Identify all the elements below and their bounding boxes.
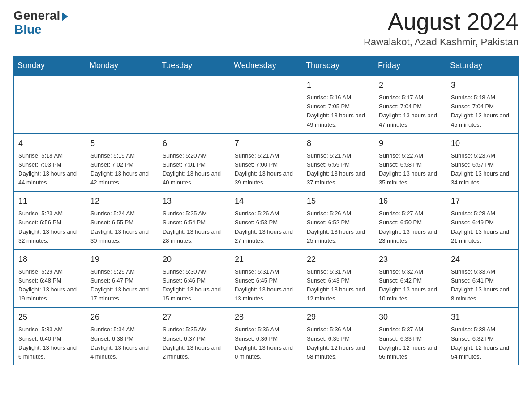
day-cell-4-6: 31Sunrise: 5:38 AM Sunset: 6:32 PM Dayli… [446, 307, 519, 365]
weekday-header-saturday: Saturday [446, 56, 519, 76]
logo-general-text: General [13, 9, 60, 23]
weekday-header-friday: Friday [374, 56, 446, 76]
day-info: Sunrise: 5:33 AM Sunset: 6:40 PM Dayligh… [18, 325, 81, 361]
day-cell-2-5: 16Sunrise: 5:27 AM Sunset: 6:50 PM Dayli… [374, 191, 446, 249]
weekday-header-monday: Monday [86, 56, 158, 76]
day-cell-1-3: 7Sunrise: 5:21 AM Sunset: 7:00 PM Daylig… [230, 133, 302, 192]
day-info: Sunrise: 5:38 AM Sunset: 6:32 PM Dayligh… [451, 325, 514, 361]
day-cell-0-0 [14, 75, 86, 133]
day-info: Sunrise: 5:26 AM Sunset: 6:52 PM Dayligh… [307, 209, 369, 245]
day-info: Sunrise: 5:19 AM Sunset: 7:02 PM Dayligh… [90, 151, 153, 188]
day-cell-0-5: 2Sunrise: 5:17 AM Sunset: 7:04 PM Daylig… [374, 75, 446, 133]
day-cell-3-4: 22Sunrise: 5:31 AM Sunset: 6:43 PM Dayli… [302, 249, 374, 308]
weekday-header-wednesday: Wednesday [230, 56, 302, 76]
day-cell-0-1 [86, 75, 158, 133]
weekday-header-sunday: Sunday [14, 56, 86, 76]
day-number: 24 [451, 253, 514, 265]
day-number: 28 [235, 311, 297, 323]
day-info: Sunrise: 5:21 AM Sunset: 6:59 PM Dayligh… [307, 151, 369, 188]
day-info: Sunrise: 5:17 AM Sunset: 7:04 PM Dayligh… [379, 93, 442, 129]
day-cell-0-4: 1Sunrise: 5:16 AM Sunset: 7:05 PM Daylig… [302, 75, 374, 133]
day-cell-3-6: 24Sunrise: 5:33 AM Sunset: 6:41 PM Dayli… [446, 249, 519, 308]
day-info: Sunrise: 5:31 AM Sunset: 6:43 PM Dayligh… [307, 267, 369, 304]
day-number: 21 [235, 253, 297, 265]
day-cell-4-3: 28Sunrise: 5:36 AM Sunset: 6:36 PM Dayli… [230, 307, 302, 365]
day-number: 11 [18, 195, 81, 207]
day-cell-1-2: 6Sunrise: 5:20 AM Sunset: 7:01 PM Daylig… [158, 133, 230, 192]
day-info: Sunrise: 5:23 AM Sunset: 6:56 PM Dayligh… [18, 209, 81, 245]
day-cell-3-3: 21Sunrise: 5:31 AM Sunset: 6:45 PM Dayli… [230, 249, 302, 308]
week-row-4: 18Sunrise: 5:29 AM Sunset: 6:48 PM Dayli… [14, 249, 519, 308]
day-info: Sunrise: 5:24 AM Sunset: 6:55 PM Dayligh… [90, 209, 153, 245]
day-number: 18 [18, 253, 81, 265]
day-info: Sunrise: 5:30 AM Sunset: 6:46 PM Dayligh… [163, 267, 225, 304]
day-cell-2-4: 15Sunrise: 5:26 AM Sunset: 6:52 PM Dayli… [302, 191, 374, 249]
day-info: Sunrise: 5:37 AM Sunset: 6:33 PM Dayligh… [379, 325, 442, 361]
day-cell-2-6: 17Sunrise: 5:28 AM Sunset: 6:49 PM Dayli… [446, 191, 519, 249]
day-cell-1-4: 8Sunrise: 5:21 AM Sunset: 6:59 PM Daylig… [302, 133, 374, 192]
day-cell-3-2: 20Sunrise: 5:30 AM Sunset: 6:46 PM Dayli… [158, 249, 230, 308]
day-number: 16 [379, 195, 442, 207]
day-number: 26 [90, 311, 153, 323]
day-info: Sunrise: 5:23 AM Sunset: 6:57 PM Dayligh… [451, 151, 514, 188]
day-number: 1 [307, 79, 369, 91]
day-number: 20 [163, 253, 225, 265]
week-row-2: 4Sunrise: 5:18 AM Sunset: 7:03 PM Daylig… [14, 133, 519, 192]
day-info: Sunrise: 5:36 AM Sunset: 6:35 PM Dayligh… [307, 325, 369, 361]
week-row-3: 11Sunrise: 5:23 AM Sunset: 6:56 PM Dayli… [14, 191, 519, 249]
title-block: August 2024 Rawalakot, Azad Kashmir, Pak… [364, 9, 519, 48]
day-info: Sunrise: 5:21 AM Sunset: 7:00 PM Dayligh… [235, 151, 297, 188]
day-number: 27 [163, 311, 225, 323]
day-number: 15 [307, 195, 369, 207]
day-number: 17 [451, 195, 514, 207]
day-number: 8 [307, 137, 369, 150]
calendar-table: SundayMondayTuesdayWednesdayThursdayFrid… [13, 56, 519, 365]
day-info: Sunrise: 5:18 AM Sunset: 7:03 PM Dayligh… [18, 151, 81, 188]
day-info: Sunrise: 5:28 AM Sunset: 6:49 PM Dayligh… [451, 209, 514, 245]
day-info: Sunrise: 5:22 AM Sunset: 6:58 PM Dayligh… [379, 151, 442, 188]
day-number: 10 [451, 137, 514, 150]
day-cell-1-1: 5Sunrise: 5:19 AM Sunset: 7:02 PM Daylig… [86, 133, 158, 192]
location-title: Rawalakot, Azad Kashmir, Pakistan [364, 36, 519, 48]
day-cell-4-2: 27Sunrise: 5:35 AM Sunset: 6:37 PM Dayli… [158, 307, 230, 365]
day-number: 30 [379, 311, 442, 323]
day-number: 6 [163, 137, 225, 150]
logo-arrow-icon [62, 12, 68, 21]
week-row-1: 1Sunrise: 5:16 AM Sunset: 7:05 PM Daylig… [14, 75, 519, 133]
day-number: 22 [307, 253, 369, 265]
day-info: Sunrise: 5:32 AM Sunset: 6:42 PM Dayligh… [379, 267, 442, 304]
day-number: 4 [18, 137, 81, 150]
day-number: 5 [90, 137, 153, 150]
weekday-header-row: SundayMondayTuesdayWednesdayThursdayFrid… [14, 56, 519, 76]
header: General Blue August 2024 Rawalakot, Azad… [13, 9, 519, 48]
day-number: 25 [18, 311, 81, 323]
weekday-header-tuesday: Tuesday [158, 56, 230, 76]
day-cell-2-0: 11Sunrise: 5:23 AM Sunset: 6:56 PM Dayli… [14, 191, 86, 249]
month-title: August 2024 [364, 9, 519, 34]
logo-blue-text: Blue [14, 22, 42, 36]
day-cell-4-1: 26Sunrise: 5:34 AM Sunset: 6:38 PM Dayli… [86, 307, 158, 365]
day-info: Sunrise: 5:33 AM Sunset: 6:41 PM Dayligh… [451, 267, 514, 304]
day-info: Sunrise: 5:26 AM Sunset: 6:53 PM Dayligh… [235, 209, 297, 245]
day-number: 19 [90, 253, 153, 265]
day-number: 14 [235, 195, 297, 207]
day-cell-0-6: 3Sunrise: 5:18 AM Sunset: 7:04 PM Daylig… [446, 75, 519, 133]
day-cell-3-0: 18Sunrise: 5:29 AM Sunset: 6:48 PM Dayli… [14, 249, 86, 308]
day-number: 7 [235, 137, 297, 150]
day-info: Sunrise: 5:35 AM Sunset: 6:37 PM Dayligh… [163, 325, 225, 361]
day-info: Sunrise: 5:34 AM Sunset: 6:38 PM Dayligh… [90, 325, 153, 361]
day-info: Sunrise: 5:29 AM Sunset: 6:48 PM Dayligh… [18, 267, 81, 304]
day-cell-1-0: 4Sunrise: 5:18 AM Sunset: 7:03 PM Daylig… [14, 133, 86, 192]
day-cell-2-3: 14Sunrise: 5:26 AM Sunset: 6:53 PM Dayli… [230, 191, 302, 249]
day-cell-3-5: 23Sunrise: 5:32 AM Sunset: 6:42 PM Dayli… [374, 249, 446, 308]
day-info: Sunrise: 5:31 AM Sunset: 6:45 PM Dayligh… [235, 267, 297, 304]
day-info: Sunrise: 5:29 AM Sunset: 6:47 PM Dayligh… [90, 267, 153, 304]
day-number: 13 [163, 195, 225, 207]
logo: General Blue [13, 9, 68, 37]
day-number: 2 [379, 79, 442, 91]
weekday-header-thursday: Thursday [302, 56, 374, 76]
day-cell-4-0: 25Sunrise: 5:33 AM Sunset: 6:40 PM Dayli… [14, 307, 86, 365]
day-info: Sunrise: 5:25 AM Sunset: 6:54 PM Dayligh… [163, 209, 225, 245]
day-cell-2-1: 12Sunrise: 5:24 AM Sunset: 6:55 PM Dayli… [86, 191, 158, 249]
day-number: 12 [90, 195, 153, 207]
